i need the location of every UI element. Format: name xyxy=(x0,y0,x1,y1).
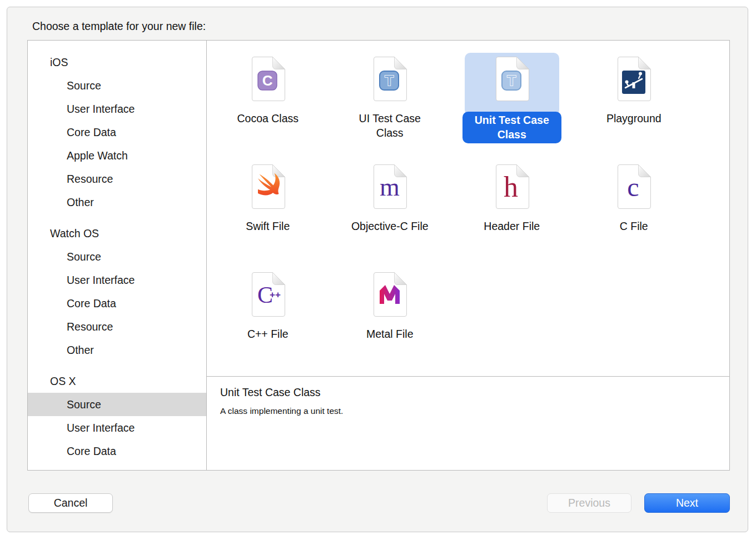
template-item-playground[interactable]: Playground xyxy=(573,53,695,161)
template-item-c-file[interactable]: C ++C++ File xyxy=(207,268,329,376)
svg-text:++: ++ xyxy=(270,289,281,300)
sidebar-item-watch-os-other[interactable]: Other xyxy=(28,338,206,362)
dialog-title: Choose a template for your new file: xyxy=(32,20,206,33)
svg-text:C: C xyxy=(262,72,273,89)
sidebar-group-os-x: OS X xyxy=(28,369,206,393)
sidebar-item-ios-core-data[interactable]: Core Data xyxy=(28,121,206,144)
detail-title: Unit Test Case Class xyxy=(220,386,716,399)
cocoa-class-file-icon: C xyxy=(221,53,315,116)
template-label: Cocoa Class xyxy=(237,112,299,126)
detail-description: A class implementing a unit test. xyxy=(220,406,716,416)
template-label: Swift File xyxy=(246,219,290,234)
ui-test-case-file-icon: T xyxy=(342,53,437,116)
template-item-ui-test-case-class[interactable]: TUI Test Case Class xyxy=(329,53,451,161)
cpp-file-icon: C ++ xyxy=(221,268,315,331)
next-button[interactable]: Next xyxy=(644,493,730,513)
sidebar-item-ios-source[interactable]: Source xyxy=(28,74,206,97)
template-label: Unit Test Case Class xyxy=(462,112,561,143)
svg-text:T: T xyxy=(507,72,516,89)
cancel-button[interactable]: Cancel xyxy=(28,493,113,513)
template-label: Objective-C File xyxy=(351,219,429,234)
platform-sidebar: iOSSourceUser InterfaceCore DataApple Wa… xyxy=(28,41,207,470)
new-file-template-dialog: Choose a template for your new file: iOS… xyxy=(7,7,748,532)
template-item-cocoa-class[interactable]: CCocoa Class xyxy=(207,53,329,161)
metal-file-icon xyxy=(342,268,437,331)
sidebar-item-ios-other[interactable]: Other xyxy=(28,191,206,214)
c-file-icon: c xyxy=(586,161,681,223)
objective-c-file-icon: m xyxy=(342,161,437,223)
sidebar-item-watch-os-source[interactable]: Source xyxy=(28,245,206,268)
playground-file-icon xyxy=(586,53,681,116)
sidebar-item-ios-resource[interactable]: Resource xyxy=(28,167,206,191)
sidebar-item-os-x-core-data[interactable]: Core Data xyxy=(28,439,206,463)
unit-test-case-file-icon: T xyxy=(465,53,559,116)
header-file-icon: h xyxy=(465,161,559,223)
sidebar-item-os-x-user-interface[interactable]: User Interface xyxy=(28,416,206,439)
sidebar-group-ios: iOS xyxy=(28,51,206,74)
template-label: C File xyxy=(620,219,648,234)
sidebar-item-watch-os-user-interface[interactable]: User Interface xyxy=(28,268,206,292)
template-label: UI Test Case Class xyxy=(344,112,435,140)
template-item-metal-file[interactable]: Metal File xyxy=(329,268,451,376)
svg-text:h: h xyxy=(504,171,518,203)
previous-button[interactable]: Previous xyxy=(547,493,631,513)
template-grid: CCocoa Class TUI Test Case Class TUnit T… xyxy=(207,41,729,376)
svg-text:m: m xyxy=(380,173,400,201)
template-item-swift-file[interactable]: Swift File xyxy=(207,161,329,268)
template-item-objective-c-file[interactable]: mObjective-C File xyxy=(329,161,451,268)
svg-text:T: T xyxy=(385,72,394,89)
sidebar-item-ios-user-interface[interactable]: User Interface xyxy=(28,97,206,121)
sidebar-item-ios-apple-watch[interactable]: Apple Watch xyxy=(28,144,206,167)
sidebar-group-watch-os: Watch OS xyxy=(28,222,206,245)
template-item-header-file[interactable]: hHeader File xyxy=(451,161,573,268)
svg-text:c: c xyxy=(628,172,639,202)
template-main-pane: CCocoa Class TUI Test Case Class TUnit T… xyxy=(207,41,729,470)
sidebar-item-watch-os-resource[interactable]: Resource xyxy=(28,315,206,338)
sidebar-item-os-x-resource[interactable]: Resource xyxy=(28,463,206,470)
swift-file-icon xyxy=(221,161,315,223)
template-detail-pane: Unit Test Case Class A class implementin… xyxy=(207,376,729,470)
template-label: C++ File xyxy=(247,327,289,342)
sidebar-item-watch-os-core-data[interactable]: Core Data xyxy=(28,292,206,315)
sidebar-item-os-x-source[interactable]: Source xyxy=(28,393,206,416)
template-label: Header File xyxy=(484,219,540,234)
template-chooser: iOSSourceUser InterfaceCore DataApple Wa… xyxy=(27,40,730,471)
template-label: Metal File xyxy=(366,327,414,342)
template-item-c-file[interactable]: cC File xyxy=(573,161,695,268)
template-item-unit-test-case-class[interactable]: TUnit Test Case Class xyxy=(451,53,573,161)
template-label: Playground xyxy=(606,112,662,126)
